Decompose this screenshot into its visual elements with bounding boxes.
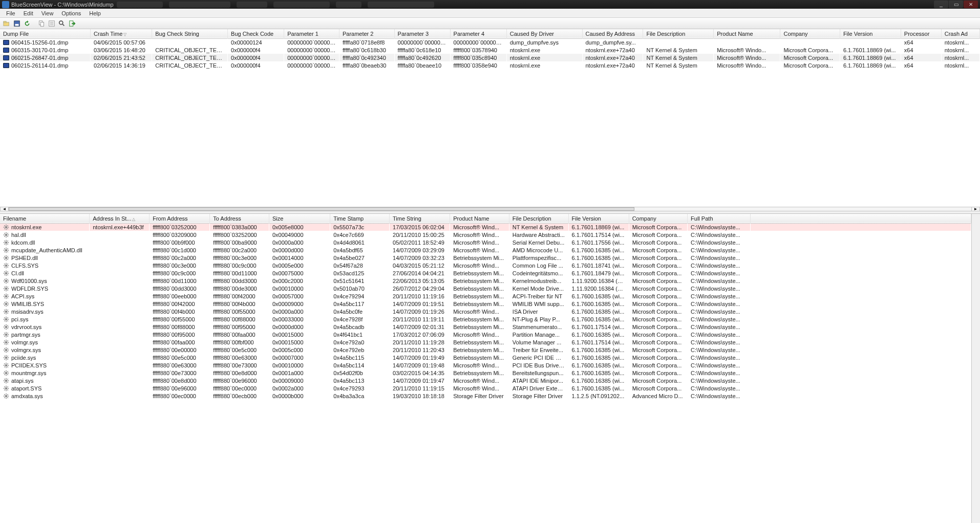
scroll-thumb[interactable]	[9, 207, 634, 211]
cell: ntoskrnl.exe+72a40	[582, 61, 643, 69]
column-header[interactable]: Crash Ad	[941, 29, 979, 38]
column-header[interactable]: Bug Check String	[152, 29, 228, 38]
column-header[interactable]: File Version	[568, 214, 629, 223]
table-row[interactable]: WDFLDR.SYSfffff880`00dd3000fffff880`00de…	[0, 285, 971, 292]
column-header[interactable]: From Address	[150, 214, 210, 223]
column-header[interactable]: Size	[269, 214, 330, 223]
column-header[interactable]: File Version	[840, 29, 901, 38]
cell: Microsoft® Wind...	[450, 238, 509, 246]
column-header[interactable]: Processor	[901, 29, 941, 38]
scroll-left-icon[interactable]: ◄	[0, 207, 9, 211]
cell: 20/11/2010 11:19:16	[390, 292, 450, 300]
column-header[interactable]: Caused By Driver	[506, 29, 582, 38]
table-row[interactable]: Wdf01000.sysfffff880`00d11000fffff880`00…	[0, 277, 971, 285]
table-row[interactable]: volmgrx.sysfffff880`00e00000fffff880`00e…	[0, 346, 971, 354]
module-icon	[3, 362, 9, 368]
exit-icon[interactable]	[68, 19, 77, 28]
cell	[90, 308, 150, 315]
properties-icon[interactable]	[47, 19, 56, 28]
svg-point-211	[5, 395, 8, 397]
cell: ntoskrnl.exe+449b3f	[90, 223, 150, 231]
column-header[interactable]: Company	[629, 214, 687, 223]
menu-edit[interactable]: Edit	[19, 10, 37, 16]
column-header[interactable]: File Description	[509, 214, 568, 223]
column-header[interactable]: Address In St...△	[90, 214, 150, 223]
minimize-button[interactable]: _	[934, 1, 948, 8]
cell: 0x4ce7c669	[330, 231, 390, 238]
column-header[interactable]: Bug Check Code	[228, 29, 284, 38]
svg-point-10	[59, 20, 63, 24]
column-header[interactable]: Time Stamp	[330, 214, 390, 223]
table-row[interactable]: 060315-30170-01.dmp03/06/2015 16:48:20CR…	[0, 46, 980, 54]
cell: Microsoft® Windo...	[714, 61, 780, 69]
copy-icon[interactable]	[37, 19, 46, 28]
table-row[interactable]: 060215-26847-01.dmp02/06/2015 21:43:52CR…	[0, 54, 980, 61]
refresh-icon[interactable]	[23, 19, 32, 28]
table-row[interactable]: 060415-15256-01.dmp04/06/2015 00:57:060x…	[0, 38, 980, 46]
cell: C:\Windows\syste...	[688, 323, 751, 331]
table-row[interactable]: mountmgr.sysfffff880`00e73000fffff880`00…	[0, 369, 971, 377]
table-row[interactable]: amdxata.sysfffff880`00ec0000fffff880`00e…	[0, 392, 971, 400]
save-icon[interactable]	[12, 19, 22, 28]
table-row[interactable]: atapi.sysfffff880`00e8d000fffff880`00e96…	[0, 377, 971, 384]
column-header[interactable]: Caused By Address	[582, 29, 643, 38]
column-header[interactable]: Crash Time▽	[91, 29, 152, 38]
column-header[interactable]: Time String	[390, 214, 450, 223]
column-header[interactable]: Parameter 3	[394, 29, 450, 38]
scroll-track[interactable]	[9, 207, 971, 211]
table-row[interactable]: pciide.sysfffff880`00e5c000fffff880`00e6…	[0, 354, 971, 361]
maximize-button[interactable]: ▭	[949, 1, 963, 8]
find-icon[interactable]	[57, 19, 67, 28]
table-row[interactable]: ntoskrnl.exentoskrnl.exe+449b3ffffff800`…	[0, 223, 971, 231]
column-header[interactable]: Product Name	[450, 214, 509, 223]
column-header[interactable]: File Description	[643, 29, 714, 38]
column-header[interactable]: Parameter 2	[339, 29, 394, 38]
column-header[interactable]: Parameter 1	[284, 29, 339, 38]
cell: fffff880`00e63000	[150, 361, 210, 369]
column-header[interactable]: Product Name	[714, 29, 780, 38]
column-header[interactable]: Parameter 4	[450, 29, 506, 38]
column-header[interactable]: Filename	[0, 214, 90, 223]
table-row[interactable]: CI.dllfffff880`00c9c000fffff880`00d11000…	[0, 269, 971, 277]
column-header[interactable]: To Address	[210, 214, 269, 223]
svg-line-117	[4, 310, 5, 311]
close-button[interactable]: ✕	[964, 1, 978, 8]
cell: Microsoft Corpora...	[629, 361, 687, 369]
table-row[interactable]: volmgr.sysfffff880`00faa000fffff880`00fb…	[0, 338, 971, 346]
column-header[interactable]: Full Path	[688, 214, 751, 223]
h-scrollbar[interactable]: ◄ ►	[0, 207, 980, 211]
scroll-right-icon[interactable]: ►	[971, 207, 980, 211]
cell: 0x4ce792eb	[330, 346, 390, 354]
column-header[interactable]: Dump File	[0, 29, 91, 38]
open-icon[interactable]	[2, 19, 11, 28]
table-row[interactable]: PCIIDEX.SYSfffff880`00e63000fffff880`00e…	[0, 361, 971, 369]
menu-view[interactable]: View	[37, 10, 58, 16]
table-row[interactable]: WMILIB.SYSfffff880`00f42000fffff880`00f4…	[0, 300, 971, 308]
table-row[interactable]: vdrvroot.sysfffff880`00f88000fffff880`00…	[0, 323, 971, 331]
table-row[interactable]: mcupdate_AuthenticAMD.dllfffff880`00c1d0…	[0, 246, 971, 254]
dump-list-pane[interactable]: Dump FileCrash Time▽Bug Check StringBug …	[0, 29, 980, 211]
cell: 20/11/2010 11:19:28	[390, 338, 450, 346]
table-row[interactable]: pci.sysfffff880`00f55000fffff880`00f8800…	[0, 315, 971, 323]
table-row[interactable]: PSHED.dllfffff880`00c2a000fffff880`00c3e…	[0, 254, 971, 262]
menu-file[interactable]: File	[2, 10, 19, 16]
table-row[interactable]: kdcom.dllfffff800`00b9f000fffff800`00ba9…	[0, 238, 971, 246]
table-row[interactable]: msisadrv.sysfffff880`00f4b000fffff880`00…	[0, 308, 971, 315]
cell: 0x4ba3a3ca	[330, 392, 390, 400]
svg-point-193	[5, 379, 8, 382]
table-row[interactable]: hal.dllfffff800`03209000fffff800`0325200…	[0, 231, 971, 238]
table-row[interactable]: ataport.SYSfffff880`00e96000fffff880`00e…	[0, 384, 971, 392]
module-icon	[3, 278, 9, 284]
column-header[interactable]: Company	[780, 29, 840, 38]
table-row[interactable]: 060215-26114-01.dmp02/06/2015 14:36:19CR…	[0, 61, 980, 69]
menu-help[interactable]: Help	[85, 10, 105, 16]
module-icon	[3, 393, 9, 399]
module-icon	[3, 355, 9, 361]
table-row[interactable]: ACPI.sysfffff880`00eeb000fffff880`00f420…	[0, 292, 971, 300]
module-list-pane[interactable]: FilenameAddress In St...△From AddressTo …	[0, 214, 971, 523]
svg-line-153	[4, 340, 5, 341]
menu-options[interactable]: Options	[57, 10, 85, 16]
v-scrollbar[interactable]	[971, 214, 980, 523]
table-row[interactable]: CLFS.SYSfffff880`00c3e000fffff880`00c9c0…	[0, 262, 971, 269]
table-row[interactable]: partmgr.sysfffff880`00f95000fffff880`00f…	[0, 331, 971, 338]
